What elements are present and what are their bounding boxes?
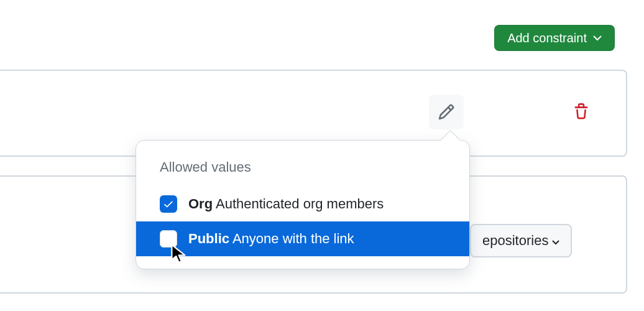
option-label: Public Anyone with the link — [188, 231, 354, 247]
option-title: Org — [188, 196, 213, 211]
allowed-values-popover: Allowed values Org Authenticated org mem… — [136, 140, 470, 269]
checkbox-checked-icon — [160, 195, 177, 213]
popover-header: Allowed values — [136, 159, 469, 187]
add-constraint-button[interactable]: Add constraint — [494, 25, 615, 51]
trash-icon — [573, 103, 590, 121]
checkbox-unchecked-icon — [160, 230, 177, 248]
option-label: Org Authenticated org members — [188, 196, 384, 212]
option-description: Authenticated org members — [216, 196, 384, 211]
delete-button[interactable] — [564, 95, 599, 129]
caret-down-icon — [552, 233, 559, 249]
repositories-select-label: epositories — [482, 233, 548, 249]
repositories-select[interactable]: epositories — [470, 224, 572, 258]
caret-down-icon — [593, 35, 602, 41]
add-constraint-label: Add constraint — [507, 32, 587, 44]
option-public[interactable]: Public Anyone with the link — [136, 221, 469, 256]
option-description: Anyone with the link — [232, 231, 354, 246]
pencil-icon — [438, 103, 455, 121]
option-org[interactable]: Org Authenticated org members — [136, 187, 469, 221]
edit-button[interactable] — [429, 95, 464, 129]
option-title: Public — [188, 231, 229, 246]
